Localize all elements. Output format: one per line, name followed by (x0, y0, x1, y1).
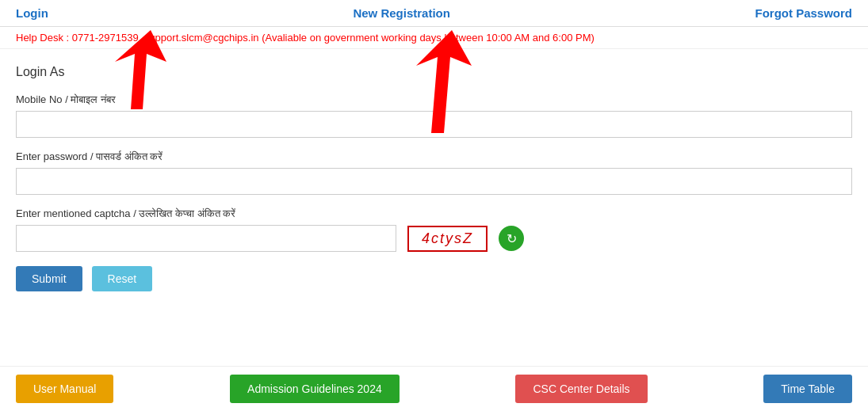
captcha-field-group: Enter mentioned captcha / उल्लेखित केप्च… (16, 207, 852, 252)
main-content: Login As Mobile No / मोबाइल नंबर Enter p… (0, 49, 868, 307)
refresh-icon: ↻ (507, 231, 517, 246)
user-manual-button[interactable]: User Manual (16, 375, 113, 403)
new-registration-link[interactable]: New Registration (353, 6, 450, 20)
password-field-group: Enter password / पासवर्ड अंकित करें (16, 150, 852, 195)
captcha-label: Enter mentioned captcha / उल्लेखित केप्च… (16, 207, 852, 220)
mobile-input[interactable] (16, 111, 852, 138)
login-as-label: Login As (16, 65, 852, 79)
bottom-bar: User Manual Admission Guidelines 2024 CS… (0, 366, 868, 411)
password-input[interactable] (16, 168, 852, 195)
top-navigation: Login New Registration Forgot Password (0, 0, 868, 27)
captcha-row: 4ctysZ ↻ (16, 225, 852, 252)
csc-center-button[interactable]: CSC Center Details (515, 375, 647, 403)
login-link[interactable]: Login (16, 6, 48, 20)
time-table-button[interactable]: Time Table (763, 375, 852, 403)
captcha-refresh-button[interactable]: ↻ (499, 226, 524, 251)
reset-button[interactable]: Reset (92, 266, 153, 291)
forgot-password-link[interactable]: Forgot Password (755, 6, 852, 20)
help-desk-text: Help Desk : 0771-2971539, support.slcm@c… (16, 32, 595, 44)
help-desk-bar: Help Desk : 0771-2971539, support.slcm@c… (0, 27, 868, 49)
form-buttons-row: Submit Reset (16, 266, 852, 291)
mobile-field-group: Mobile No / मोबाइल नंबर (16, 93, 852, 138)
password-label: Enter password / पासवर्ड अंकित करें (16, 150, 852, 163)
submit-button[interactable]: Submit (16, 266, 82, 291)
captcha-image: 4ctysZ (407, 226, 488, 252)
mobile-label: Mobile No / मोबाइल नंबर (16, 93, 852, 106)
admission-guidelines-button[interactable]: Admission Guidelines 2024 (230, 375, 400, 403)
captcha-input[interactable] (16, 225, 396, 252)
